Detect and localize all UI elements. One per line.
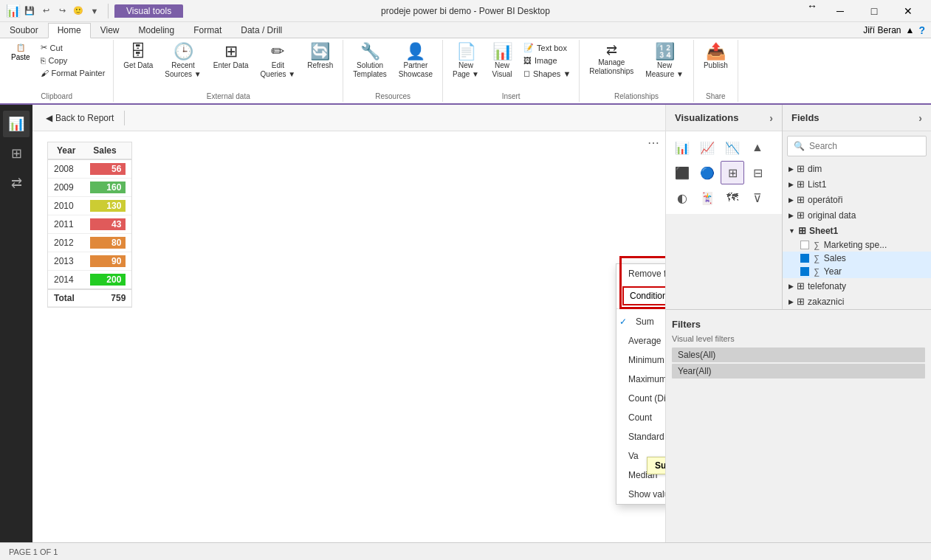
insert-label: Insert: [447, 91, 574, 100]
enter-data-button[interactable]: ⊞ Enter Data: [208, 41, 254, 72]
partner-showcase-icon: 👤: [405, 44, 425, 60]
tab-soubor[interactable]: Soubor: [0, 22, 48, 38]
viz-icon-funnel[interactable]: ⊽: [746, 186, 769, 210]
sidebar-icon-report[interactable]: 📊: [3, 111, 30, 137]
refresh-button[interactable]: 🔄 Refresh: [302, 41, 338, 72]
get-data-button[interactable]: 🗄 Get Data: [118, 41, 158, 72]
context-maximum[interactable]: Maximum: [616, 370, 665, 389]
context-count-distinct[interactable]: Count (Distinct): [616, 389, 665, 408]
insert-small-btns: 📝 Text box 🖼 Image ◻ Shapes ▼: [520, 41, 574, 80]
shapes-button[interactable]: ◻ Shapes ▼: [520, 67, 574, 80]
image-label: Image: [535, 56, 557, 65]
viz-icon-matrix[interactable]: ⊟: [746, 161, 769, 184]
paste-button[interactable]: 📋 Paste: [4, 41, 37, 79]
get-data-icon: 🗄: [130, 44, 146, 60]
cut-button[interactable]: ✂ Cut: [37, 41, 109, 54]
ribbon-group-share: 📤 Publish Share: [694, 40, 738, 102]
help-btn[interactable]: ?: [918, 24, 925, 36]
image-icon: 🖼: [523, 56, 532, 65]
context-show-value-as[interactable]: Show valu...: [616, 485, 665, 504]
tab-format[interactable]: Format: [184, 22, 231, 38]
three-dots-menu[interactable]: ⋯: [647, 136, 659, 150]
viz-icon-bar[interactable]: 📊: [670, 136, 694, 159]
viz-expand-icon[interactable]: ›: [769, 112, 773, 124]
new-page-button[interactable]: 📄 NewPage ▼: [447, 41, 484, 81]
window-controls: ↔ ─ □ ✕: [807, 0, 925, 22]
back-to-report-btn[interactable]: ◀ Back to Report: [41, 111, 118, 125]
year-cell: 2009: [48, 179, 84, 197]
new-measure-button[interactable]: 🔢 NewMeasure ▼: [640, 41, 689, 81]
sales-cell: 56: [84, 159, 131, 179]
left-sidebar: 📊 ⊞ ⇄: [0, 105, 32, 542]
viz-icon-area[interactable]: ▲: [746, 136, 769, 159]
viz-icon-gauge[interactable]: ◐: [670, 186, 694, 210]
solution-templates-button[interactable]: 🔧 SolutionTemplates: [348, 41, 392, 81]
maximize-btn[interactable]: □: [857, 0, 891, 22]
sidebar-icon-relationships[interactable]: ⇄: [3, 170, 30, 196]
undo-btn[interactable]: ↩: [38, 4, 53, 18]
manage-relationships-button[interactable]: ⇄ ManageRelationships: [584, 41, 639, 78]
viz-icon-map[interactable]: 🗺: [721, 186, 744, 210]
sales-value: 80: [90, 237, 126, 249]
fields-expand-icon[interactable]: ›: [918, 112, 922, 124]
recent-sources-button[interactable]: 🕒 RecentSources ▼: [159, 41, 206, 81]
user-chevron[interactable]: ▲: [906, 25, 915, 35]
image-button[interactable]: 🖼 Image: [520, 55, 574, 66]
visual-tools-tab[interactable]: Visual tools: [114, 4, 183, 18]
field-tree-item-dim[interactable]: ▶⊞dim: [783, 161, 931, 176]
text-box-button[interactable]: 📝 Text box: [520, 41, 574, 54]
minimize-btn[interactable]: ─: [823, 0, 857, 22]
table-icon: ⊞: [797, 210, 805, 221]
dropdown-btn[interactable]: ▼: [87, 4, 102, 18]
close-btn[interactable]: ✕: [891, 0, 925, 22]
field-tree-item-list1[interactable]: ▶⊞List1: [783, 176, 931, 192]
field-tree-child-marketing-spe...[interactable]: ∑Marketing spe...: [783, 238, 931, 252]
field-tree-item-original-data[interactable]: ▶⊞original data: [783, 207, 931, 223]
tab-modeling[interactable]: Modeling: [129, 22, 185, 38]
year-cell: 2008: [48, 159, 84, 179]
viz-icon-line[interactable]: 📉: [721, 136, 744, 159]
title-bar-left: 📊 💾 ↩ ↪ 🙂 ▼ Visual tools: [6, 4, 183, 18]
viz-icon-scatter[interactable]: ⬛: [670, 161, 694, 184]
redo-btn[interactable]: ↪: [55, 4, 69, 18]
context-conditional-formatting[interactable]: Conditional formatting: [622, 286, 665, 305]
search-box[interactable]: 🔍: [787, 136, 927, 156]
page-info: PAGE 1 OF 1: [9, 547, 58, 556]
sidebar-icon-data[interactable]: ⊞: [3, 140, 30, 167]
partner-showcase-button[interactable]: 👤 PartnerShowcase: [394, 41, 438, 81]
field-tree-child-year[interactable]: ∑Year: [783, 265, 931, 278]
filter-badge[interactable]: Sales(All): [672, 348, 925, 362]
sales-cell: 90: [84, 252, 131, 271]
context-average[interactable]: Average: [616, 331, 665, 350]
field-tree-item-sheet1[interactable]: ▼⊞Sheet1: [783, 223, 931, 238]
context-sum[interactable]: Sum: [616, 312, 665, 331]
viz-icon-column[interactable]: 📈: [695, 136, 719, 159]
publish-button[interactable]: 📤 Publish: [698, 41, 733, 72]
search-input[interactable]: [809, 141, 920, 151]
copy-button[interactable]: ⎘ Copy: [37, 55, 109, 66]
format-painter-button[interactable]: 🖌 Format Painter: [37, 67, 109, 79]
save-btn[interactable]: 💾: [22, 4, 37, 18]
viz-icon-table[interactable]: ⊞: [721, 161, 744, 184]
emoji-btn[interactable]: 🙂: [71, 4, 86, 18]
context-remove-field[interactable]: Remove field: [616, 264, 665, 283]
context-minimum[interactable]: Minimum: [616, 350, 665, 370]
tab-view[interactable]: View: [91, 22, 129, 38]
viz-icon-card[interactable]: 🃏: [695, 186, 719, 210]
filter-badge[interactable]: Year(All): [672, 364, 925, 378]
solution-templates-label: SolutionTemplates: [353, 61, 387, 79]
field-tree-item-zakaznici[interactable]: ▶⊞zakaznici: [783, 294, 931, 309]
field-tree-item-operátoři[interactable]: ▶⊞operátoři: [783, 192, 931, 207]
edit-queries-button[interactable]: ✏ EditQueries ▼: [255, 41, 301, 81]
sales-cell: 200: [84, 271, 131, 290]
viz-icon-pie[interactable]: 🔵: [695, 161, 719, 184]
tab-home[interactable]: Home: [48, 23, 91, 38]
enter-data-icon: ⊞: [224, 44, 238, 60]
field-tree-child-sales[interactable]: ∑Sales: [783, 252, 931, 265]
context-count[interactable]: Count: [616, 408, 665, 427]
tab-data-drill[interactable]: Data / Drill: [231, 22, 292, 38]
sales-value: 130: [90, 200, 126, 212]
context-std-deviation[interactable]: Standard deviation: [616, 427, 665, 446]
new-visual-button[interactable]: 📊 NewVisual: [486, 41, 518, 81]
field-tree-item-telefonaty[interactable]: ▶⊞telefonaty: [783, 278, 931, 294]
